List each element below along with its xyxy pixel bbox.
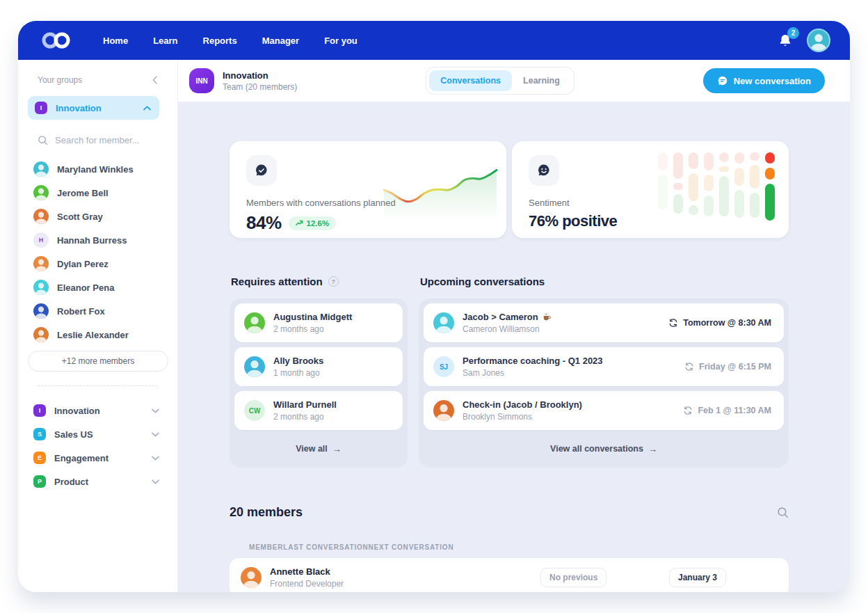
member-table-row[interactable]: Annette Black Frontend Developer No prev…: [230, 558, 789, 592]
sentiment-bar-segment: [689, 173, 698, 201]
avatar-initials: CW: [249, 407, 261, 415]
person-silhouette-icon: [433, 312, 454, 333]
attention-time: 2 months ago: [273, 324, 352, 334]
attention-item[interactable]: Augustina Midgett 2 months ago: [234, 303, 403, 342]
sentiment-bar-segment: [658, 152, 668, 170]
upcoming-conversation[interactable]: Check-in (Jacob / Brooklyn) Brooklyn S: [424, 391, 784, 430]
last-conversation-badge: No previous: [540, 568, 606, 587]
nav-link[interactable]: For you: [324, 35, 357, 46]
nav-link[interactable]: Manager: [262, 35, 299, 46]
sentiment-bar-segment: [750, 152, 760, 161]
new-conversation-button[interactable]: New conversation: [703, 68, 825, 93]
sentiment-bar-segment: [750, 193, 760, 218]
sentiment-bar-segment: [704, 175, 714, 191]
chevron-down-icon: [152, 432, 159, 437]
attention-item[interactable]: CW Willard Purnell 2 months ago: [234, 391, 403, 430]
chevron-up-icon: [143, 106, 151, 111]
member-avatar: [33, 327, 49, 342]
person-silhouette-icon: [33, 185, 49, 200]
person-silhouette-icon: [33, 256, 49, 271]
attention-time: 2 months ago: [273, 412, 337, 422]
sidebar-title: Your groups: [38, 75, 82, 85]
more-members-button[interactable]: +12 more members: [28, 351, 168, 372]
member-name: Hannah Burress: [57, 235, 127, 246]
sentiment-bar-segment: [704, 196, 714, 216]
member-search[interactable]: [18, 128, 177, 152]
sidebar-group[interactable]: P Product: [18, 470, 177, 493]
member-name: Jerome Bell: [57, 188, 108, 198]
sidebar-collapse-button[interactable]: [152, 76, 158, 84]
app-logo[interactable]: [40, 31, 75, 50]
member-name: Dylan Perez: [57, 259, 108, 269]
team-badge: INN: [189, 68, 214, 93]
content-scroll[interactable]: Members with conversations planned 84% 1…: [178, 102, 850, 592]
member-search-input[interactable]: [55, 135, 152, 145]
sidebar-group[interactable]: I Innovation: [18, 399, 177, 422]
attention-item[interactable]: Ally Brooks 1 month ago: [234, 347, 403, 386]
person-silhouette-icon: [33, 327, 49, 342]
main-area: INN Innovation Team (20 members) Convers…: [178, 60, 850, 592]
sentiment-bar-segment: [689, 152, 698, 169]
notifications-button[interactable]: 2: [778, 33, 793, 48]
chevron-down-icon: [152, 479, 159, 484]
members-section: 20 members Member Last conversation: [230, 505, 789, 592]
arrow-right-icon: →: [332, 444, 341, 454]
upcoming-conversation[interactable]: SJ Performance coaching - Q1 2023: [424, 347, 784, 386]
upcoming-conversation[interactable]: Jacob > Cameron Cameron Williamson: [424, 303, 784, 342]
group-badge: I: [33, 404, 46, 417]
tab[interactable]: Learning: [512, 70, 571, 91]
sentiment-column: [658, 152, 668, 225]
sentiment-bar-segment: [765, 152, 775, 164]
table-header-row: Member Last conversation Next conversati…: [230, 543, 789, 558]
user-avatar[interactable]: [807, 29, 830, 52]
member-name: Leslie Alexander: [57, 330, 129, 340]
sidebar-member[interactable]: Scott Gray: [18, 205, 177, 228]
member-name: Scott Gray: [57, 212, 103, 222]
view-all-conversations-button[interactable]: View all conversations →: [424, 435, 784, 463]
conversation-time: Friday @ 6:15 PM: [699, 362, 771, 372]
sentiment-bar-chart: [658, 152, 775, 225]
sentiment-bar-segment: [719, 152, 729, 162]
conversation-title: Jacob > Cameron: [463, 312, 538, 322]
help-icon[interactable]: ?: [328, 276, 339, 287]
recurring-icon: [668, 318, 678, 328]
group-badge: I: [35, 102, 47, 114]
stat-value: 84%: [246, 212, 282, 234]
conversation-title: Performance coaching - Q1 2023: [463, 356, 603, 366]
sidebar-group[interactable]: E Engagement: [18, 446, 177, 470]
member-name: Maryland Winkles: [57, 164, 134, 175]
sentiment-bar-segment: [658, 175, 668, 209]
members-search-button[interactable]: [777, 507, 789, 518]
tab[interactable]: Conversations: [429, 70, 512, 91]
nav-link[interactable]: Learn: [153, 35, 177, 46]
sidebar-member[interactable]: Dylan Perez: [18, 252, 177, 276]
person-silhouette-icon: [33, 209, 49, 224]
nav-link[interactable]: Reports: [203, 35, 237, 46]
sidebar-member[interactable]: Eleanor Pena: [18, 276, 177, 299]
members-count-title: 20 members: [230, 505, 303, 520]
column-header: Last conversation: [283, 543, 368, 551]
sidebar-member[interactable]: Leslie Alexander: [18, 323, 177, 347]
sidebar-member[interactable]: Maryland Winkles: [18, 157, 177, 181]
next-conversation-badge[interactable]: January 3: [669, 568, 726, 587]
sidebar-member[interactable]: Robert Fox: [18, 299, 177, 323]
selected-group-label: Innovation: [56, 103, 102, 113]
sidebar-member[interactable]: Jerome Bell: [18, 181, 177, 205]
member-avatar: [33, 256, 49, 271]
sentiment-column: [673, 152, 683, 225]
sentiment-bar-segment: [734, 152, 744, 164]
upcoming-heading: Upcoming conversations: [420, 276, 545, 287]
nav-link[interactable]: Home: [103, 35, 128, 46]
sentiment-column: [704, 152, 714, 225]
view-all-button[interactable]: View all →: [234, 435, 403, 463]
selected-group[interactable]: I Innovation: [28, 96, 159, 120]
conversation-time: Feb 1 @ 11:30 AM: [698, 406, 771, 415]
attention-time: 1 month ago: [273, 368, 323, 378]
sentiment-bar-segment: [750, 165, 760, 189]
coffee-icon: [542, 312, 552, 321]
sidebar-divider: [38, 385, 158, 386]
sidebar-group[interactable]: S Sales US: [18, 422, 177, 446]
attention-heading: Requires attention: [231, 276, 323, 287]
sidebar-member[interactable]: H Hannah Burress: [18, 228, 177, 252]
top-nav: Home Learn Reports Manager For you 2: [18, 21, 850, 60]
